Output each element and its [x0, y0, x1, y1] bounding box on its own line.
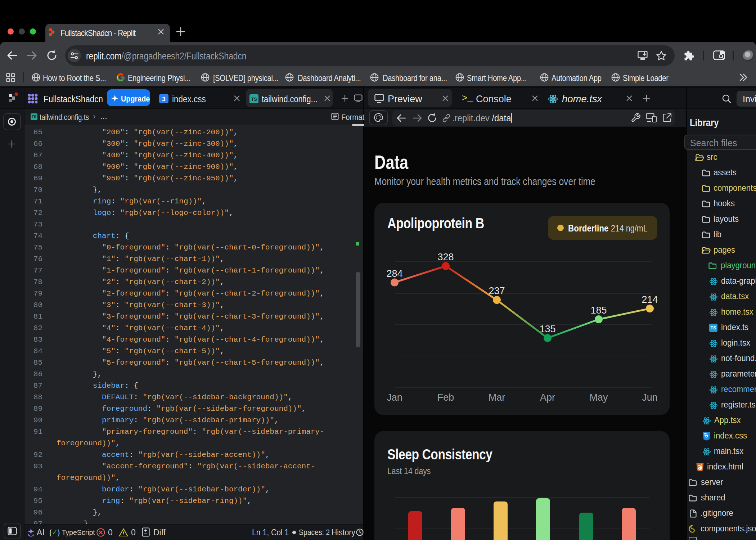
svg-text:Apr: Apr [540, 392, 555, 403]
svg-text:May: May [589, 392, 608, 403]
svg-text:214: 214 [642, 294, 658, 305]
svg-text:284: 284 [386, 268, 402, 279]
svg-text:135: 135 [539, 324, 555, 334]
svg-text:185: 185 [590, 305, 607, 316]
svg-text:Mar: Mar [489, 392, 505, 403]
svg-text:Jun: Jun [642, 392, 658, 403]
svg-text:237: 237 [489, 285, 505, 296]
svg-text:3: 3 [162, 96, 165, 103]
svg-text:Feb: Feb [437, 392, 454, 403]
svg-text:Jan: Jan [387, 392, 402, 403]
svg-text:328: 328 [437, 252, 454, 262]
